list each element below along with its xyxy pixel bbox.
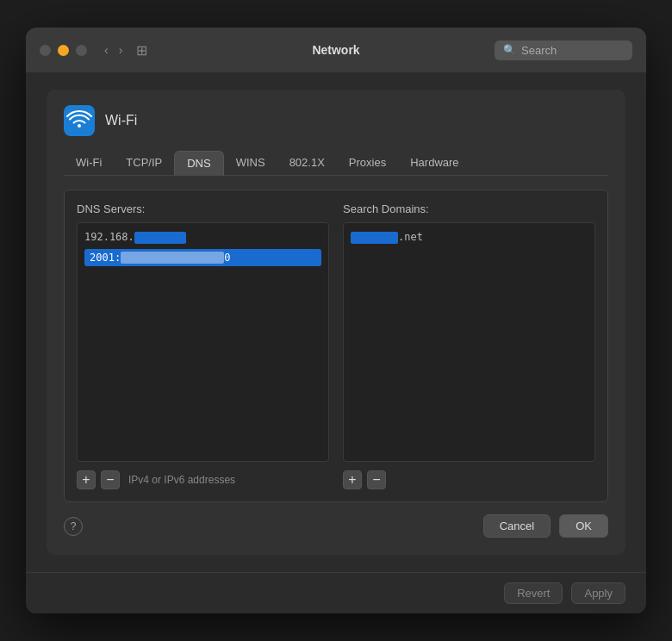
grid-icon[interactable]: ⊞ bbox=[136, 42, 147, 59]
dns-servers-list[interactable]: 192.168. 2001:0 bbox=[77, 222, 329, 462]
revert-button[interactable]: Revert bbox=[504, 582, 563, 604]
search-domains-actions: + − bbox=[343, 470, 595, 489]
add-search-domain-button[interactable]: + bbox=[343, 470, 362, 489]
maximize-button[interactable] bbox=[76, 45, 87, 56]
dns-servers-label: DNS Servers: bbox=[77, 202, 329, 215]
tabs-bar: Wi-Fi TCP/IP DNS WINS 802.1X Proxies Har… bbox=[64, 150, 608, 176]
titlebar: ‹ › ⊞ Network 🔍 Search bbox=[26, 28, 646, 72]
cancel-button[interactable]: Cancel bbox=[483, 514, 551, 538]
panel-title: Wi-Fi bbox=[105, 113, 137, 128]
search-domains-column: Search Domains: .net + − bbox=[343, 202, 595, 489]
network-panel: Wi-Fi Wi-Fi TCP/IP DNS WINS 802.1X Proxi… bbox=[47, 90, 625, 555]
minimize-button[interactable] bbox=[58, 45, 69, 56]
remove-dns-server-button[interactable]: − bbox=[101, 470, 120, 489]
tab-8021x[interactable]: 802.1X bbox=[277, 151, 337, 176]
forward-arrow-icon[interactable]: › bbox=[115, 41, 127, 59]
tab-wifi[interactable]: Wi-Fi bbox=[64, 151, 114, 176]
dns-server-entry-1[interactable]: 192.168. bbox=[84, 228, 321, 246]
panel-header: Wi-Fi bbox=[64, 105, 608, 136]
back-arrow-icon[interactable]: ‹ bbox=[101, 41, 112, 59]
search-domain-entry-1[interactable]: .net bbox=[351, 228, 588, 246]
dns-container: DNS Servers: 192.168. 2001:0 bbox=[64, 190, 608, 502]
redacted-domain bbox=[351, 232, 398, 244]
content-area: Wi-Fi Wi-Fi TCP/IP DNS WINS 802.1X Proxi… bbox=[26, 72, 646, 572]
tab-dns[interactable]: DNS bbox=[174, 151, 223, 176]
dialog-buttons: ? Cancel OK bbox=[64, 502, 608, 538]
search-placeholder: Search bbox=[521, 44, 557, 57]
search-icon: 🔍 bbox=[503, 44, 516, 56]
search-domains-label: Search Domains: bbox=[343, 202, 595, 215]
nav-arrows: ‹ › bbox=[101, 41, 126, 59]
help-button[interactable]: ? bbox=[64, 517, 83, 536]
traffic-lights bbox=[40, 45, 87, 56]
dns-servers-actions: + − IPv4 or IPv6 addresses bbox=[77, 470, 329, 489]
footer-bar: Revert Apply bbox=[26, 572, 646, 613]
tab-wins[interactable]: WINS bbox=[224, 151, 277, 176]
search-bar[interactable]: 🔍 Search bbox=[495, 40, 632, 60]
dns-hint: IPv4 or IPv6 addresses bbox=[128, 474, 235, 486]
main-window: ‹ › ⊞ Network 🔍 Search bbox=[26, 28, 646, 613]
window-title: Network bbox=[312, 43, 359, 57]
dns-server-entry-2[interactable]: 2001:0 bbox=[84, 246, 321, 270]
tab-hardware[interactable]: Hardware bbox=[398, 151, 470, 176]
redacted-ip bbox=[134, 232, 186, 244]
tab-tcpip[interactable]: TCP/IP bbox=[114, 151, 174, 176]
apply-button[interactable]: Apply bbox=[571, 582, 625, 604]
add-dns-server-button[interactable]: + bbox=[77, 470, 96, 489]
wifi-icon bbox=[64, 105, 95, 136]
dns-columns: DNS Servers: 192.168. 2001:0 bbox=[77, 202, 595, 489]
remove-search-domain-button[interactable]: − bbox=[367, 470, 386, 489]
ok-button[interactable]: OK bbox=[559, 514, 608, 538]
search-domains-list[interactable]: .net bbox=[343, 222, 595, 462]
redacted-ipv6 bbox=[121, 252, 224, 264]
dns-servers-column: DNS Servers: 192.168. 2001:0 bbox=[77, 202, 329, 489]
close-button[interactable] bbox=[40, 45, 51, 56]
tab-proxies[interactable]: Proxies bbox=[337, 151, 398, 176]
